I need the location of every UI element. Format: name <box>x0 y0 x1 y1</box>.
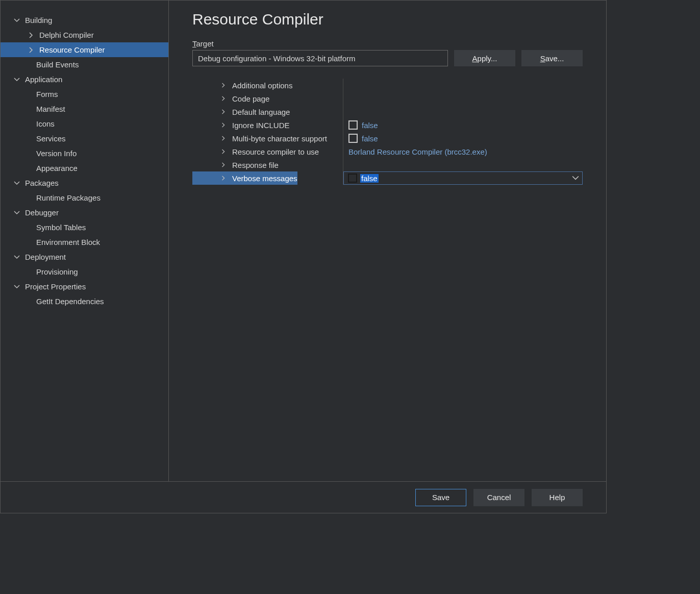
option-label-verbose-messages[interactable]: Verbose messages <box>192 171 297 185</box>
option-label-text: Response file <box>232 161 279 169</box>
sidebar-item-delphi-compiler[interactable]: Delphi Compiler <box>1 28 168 42</box>
save-button[interactable]: Save <box>415 489 466 506</box>
option-label-text: Additional options <box>232 81 292 90</box>
chevron-right-icon <box>220 93 227 104</box>
sidebar-item-services[interactable]: Services <box>1 131 168 146</box>
sidebar-item-symbol-tables[interactable]: Symbol Tables <box>1 220 168 235</box>
option-value-text: false <box>362 121 378 130</box>
option-label-ignore-include[interactable]: Ignore INCLUDE <box>192 118 290 132</box>
sidebar-item-label: Provisioning <box>36 267 78 276</box>
sidebar-item-appearance[interactable]: Appearance <box>1 161 168 176</box>
chevron-down-icon <box>12 252 22 262</box>
sidebar-item-label: Delphi Compiler <box>39 31 94 39</box>
sidebar-group-application[interactable]: Application <box>1 72 168 87</box>
sidebar-item-forms[interactable]: Forms <box>1 87 168 102</box>
sidebar-nav: BuildingDelphi CompilerResource Compiler… <box>1 1 169 481</box>
options-grid: Additional optionsCode pageDefault langu… <box>192 79 583 185</box>
option-value-code-page[interactable] <box>343 92 348 105</box>
checkbox-icon[interactable] <box>348 174 357 183</box>
dialog-footer: Save Cancel Help <box>1 481 606 513</box>
cancel-button[interactable]: Cancel <box>473 489 524 506</box>
sidebar-group-label: Application <box>25 75 62 84</box>
option-value-text: false <box>360 174 379 183</box>
sidebar-item-label: Forms <box>36 90 58 98</box>
option-value-ignore-include[interactable]: false <box>343 118 378 132</box>
target-value: Debug configuration - Windows 32-bit pla… <box>198 54 355 63</box>
sidebar-group-packages[interactable]: Packages <box>1 176 168 190</box>
sidebar-group-debugger[interactable]: Debugger <box>1 205 168 220</box>
option-value-response-file[interactable] <box>343 158 348 171</box>
sidebar-item-label: Icons <box>36 119 55 128</box>
sidebar-group-deployment[interactable]: Deployment <box>1 250 168 264</box>
chevron-down-icon <box>12 282 22 292</box>
sidebar-item-manifest[interactable]: Manifest <box>1 102 168 116</box>
sidebar-group-project-properties[interactable]: Project Properties <box>1 279 168 294</box>
sidebar-group-label: Deployment <box>25 253 66 261</box>
chevron-right-icon <box>220 160 227 170</box>
chevron-right-icon <box>26 30 36 40</box>
option-label-default-language[interactable]: Default language <box>192 105 290 118</box>
chevron-down-icon <box>12 178 22 188</box>
sidebar-group-label: Project Properties <box>25 282 86 291</box>
chevron-down-icon <box>12 75 22 85</box>
option-label-text: Multi-byte character support <box>232 134 327 143</box>
option-value-multi-byte-character-support[interactable]: false <box>343 132 378 145</box>
sidebar-item-label: Build Events <box>36 60 79 69</box>
option-label-resource-compiler-to-use[interactable]: Resource compiler to use <box>192 145 319 158</box>
sidebar-item-label: Version Info <box>36 149 77 158</box>
option-value-resource-compiler-to-use[interactable]: Borland Resource Compiler (brcc32.exe) <box>343 145 487 158</box>
target-combobox[interactable]: Debug configuration - Windows 32-bit pla… <box>192 50 448 66</box>
option-value-text: Borland Resource Compiler (brcc32.exe) <box>348 147 487 156</box>
sidebar-item-label: Manifest <box>36 105 65 113</box>
option-value-default-language[interactable] <box>343 105 348 118</box>
chevron-down-icon[interactable] <box>572 175 579 182</box>
sidebar-item-label: Runtime Packages <box>36 193 101 202</box>
sidebar-group-building[interactable]: Building <box>1 13 168 28</box>
option-label-text: Resource compiler to use <box>232 147 319 156</box>
sidebar-item-environment-block[interactable]: Environment Block <box>1 235 168 250</box>
chevron-down-icon <box>12 208 22 218</box>
option-label-text: Code page <box>232 94 269 103</box>
option-label-text: Ignore INCLUDE <box>232 121 290 130</box>
sidebar-group-label: Debugger <box>25 208 59 217</box>
option-label-response-file[interactable]: Response file <box>192 158 279 171</box>
sidebar-item-build-events[interactable]: Build Events <box>1 57 168 72</box>
option-label-multi-byte-character-support[interactable]: Multi-byte character support <box>192 132 327 145</box>
checkbox-icon[interactable] <box>348 120 358 130</box>
body: BuildingDelphi CompilerResource Compiler… <box>1 1 606 481</box>
chevron-right-icon <box>220 173 227 183</box>
option-label-text: Default language <box>232 108 290 116</box>
sidebar-item-label: Appearance <box>36 164 78 172</box>
sidebar-item-version-info[interactable]: Version Info <box>1 146 168 161</box>
sidebar-item-resource-compiler[interactable]: Resource Compiler <box>1 42 168 57</box>
target-label: Target <box>192 39 583 48</box>
sidebar-group-label: Building <box>25 16 52 24</box>
sidebar-item-label: Services <box>36 134 66 143</box>
chevron-right-icon <box>220 120 227 130</box>
main-panel: Resource Compiler Target Debug configura… <box>169 1 606 481</box>
option-value-verbose-messages[interactable]: false <box>343 171 583 185</box>
checkbox-icon[interactable] <box>348 134 358 143</box>
sidebar-item-label: GetIt Dependencies <box>36 297 104 306</box>
target-row: Debug configuration - Windows 32-bit pla… <box>192 50 583 66</box>
chevron-down-icon <box>12 15 22 26</box>
save-as-button[interactable]: Save... <box>521 50 583 66</box>
sidebar-item-provisioning[interactable]: Provisioning <box>1 264 168 279</box>
chevron-right-icon <box>220 146 227 157</box>
chevron-right-icon <box>220 107 227 117</box>
sidebar-item-icons[interactable]: Icons <box>1 116 168 131</box>
chevron-right-icon <box>220 80 227 90</box>
help-button[interactable]: Help <box>532 489 583 506</box>
option-value-additional-options[interactable] <box>343 79 348 92</box>
sidebar-item-label: Resource Compiler <box>39 45 105 54</box>
option-label-additional-options[interactable]: Additional options <box>192 79 292 92</box>
sidebar-item-getit-dependencies[interactable]: GetIt Dependencies <box>1 294 168 309</box>
sidebar-item-label: Symbol Tables <box>36 223 86 232</box>
sidebar-item-runtime-packages[interactable]: Runtime Packages <box>1 190 168 205</box>
option-label-code-page[interactable]: Code page <box>192 92 269 105</box>
chevron-right-icon <box>220 133 227 143</box>
chevron-right-icon <box>26 45 36 55</box>
sidebar-item-label: Environment Block <box>36 238 100 246</box>
page-title: Resource Compiler <box>192 11 583 28</box>
apply-button[interactable]: Apply... <box>454 50 515 66</box>
